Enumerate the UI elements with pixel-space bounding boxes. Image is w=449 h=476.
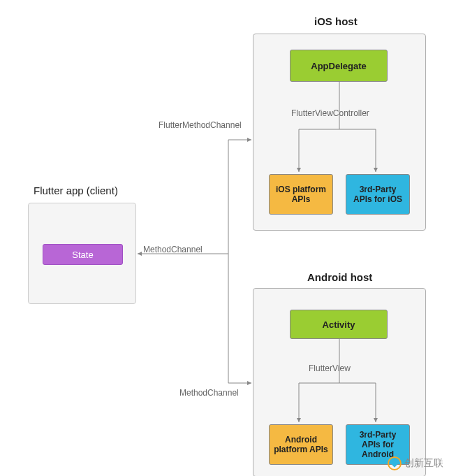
android-host-title: Android host bbox=[307, 271, 372, 283]
ios-platform-apis-node: iOS platform APIs bbox=[269, 174, 333, 215]
flutter-view-controller-label: FlutterViewController bbox=[290, 108, 371, 118]
activity-node: Activity bbox=[290, 310, 388, 339]
watermark: 创新互联 bbox=[388, 456, 443, 470]
state-node: State bbox=[43, 244, 123, 265]
android-platform-apis-node: Android platform APIs bbox=[269, 424, 333, 465]
watermark-logo-icon bbox=[388, 456, 402, 470]
appdelegate-node: AppDelegate bbox=[290, 50, 388, 82]
methodchannel-label-shared: MethodChannel bbox=[142, 245, 204, 254]
ios-3rdparty-apis-node: 3rd-Party APIs for iOS bbox=[346, 174, 410, 215]
ios-host-title: iOS host bbox=[314, 15, 358, 27]
watermark-text: 创新互联 bbox=[404, 457, 443, 470]
android-host-box: Activity Android platform APIs 3rd-Party… bbox=[253, 288, 426, 476]
client-title: Flutter app (client) bbox=[34, 185, 118, 196]
flutter-methodchannel-label: FlutterMethodChannel bbox=[157, 120, 243, 130]
ios-host-box: AppDelegate iOS platform APIs 3rd-Party … bbox=[253, 34, 426, 231]
methodchannel-label-android: MethodChannel bbox=[178, 388, 240, 398]
client-box: State bbox=[28, 203, 136, 304]
flutter-view-label: FlutterView bbox=[307, 363, 352, 373]
